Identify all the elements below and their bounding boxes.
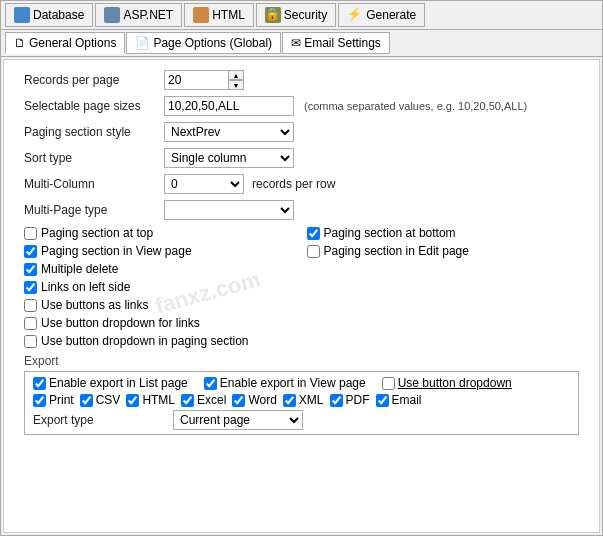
sort-type-select[interactable]: Single column Multi column xyxy=(164,148,294,168)
export-print-item: Print xyxy=(33,393,74,407)
selectable-page-sizes-label: Selectable page sizes xyxy=(24,99,164,113)
tab-html[interactable]: HTML xyxy=(184,3,254,27)
tab-generate[interactable]: ⚡ Generate xyxy=(338,3,425,27)
tab-aspnet[interactable]: ASP.NET xyxy=(95,3,182,27)
export-xml-checkbox[interactable] xyxy=(283,394,296,407)
export-section-label: Export xyxy=(24,354,579,368)
tab-page-options-label: Page Options (Global) xyxy=(153,36,272,50)
sort-type-label: Sort type xyxy=(24,151,164,165)
export-html-label: HTML xyxy=(142,393,175,407)
export-word-label: Word xyxy=(248,393,276,407)
tab-security-label: Security xyxy=(284,8,327,22)
export-word-checkbox[interactable] xyxy=(232,394,245,407)
general-options-icon: 🗋 xyxy=(14,36,26,50)
paging-at-top-checkbox[interactable] xyxy=(24,227,37,240)
generate-icon: ⚡ xyxy=(347,7,363,23)
tab-email-settings[interactable]: ✉ Email Settings xyxy=(282,32,390,54)
enable-view-label: Enable export in View page xyxy=(220,376,366,390)
multi-page-type-select[interactable] xyxy=(164,200,294,220)
selectable-page-sizes-hint: (comma separated values, e.g. 10,20,50,A… xyxy=(304,100,527,112)
multiple-delete-checkbox[interactable] xyxy=(24,263,37,276)
export-print-checkbox[interactable] xyxy=(33,394,46,407)
tab-page-options[interactable]: 📄 Page Options (Global) xyxy=(126,32,281,54)
export-print-label: Print xyxy=(49,393,74,407)
use-btn-dropdown-item: Use button dropdown xyxy=(382,376,512,390)
tab-aspnet-label: ASP.NET xyxy=(123,8,173,22)
multi-page-type-row: Multi-Page type xyxy=(24,200,579,220)
use-button-dropdown-checkbox[interactable] xyxy=(24,317,37,330)
tab-html-label: HTML xyxy=(212,8,245,22)
main-window: Database ASP.NET HTML 🔒 Security ⚡ Gener… xyxy=(0,0,603,536)
paging-in-view-item: Paging section in View page xyxy=(24,244,297,258)
paging-in-edit-item: Paging section in Edit page xyxy=(307,244,580,258)
multi-column-label: Multi-Column xyxy=(24,177,164,191)
spinner-down[interactable]: ▼ xyxy=(228,80,244,90)
multiple-delete-label: Multiple delete xyxy=(41,262,118,276)
multi-page-type-control xyxy=(164,200,294,220)
paging-in-edit-checkbox[interactable] xyxy=(307,245,320,258)
paging-section-style-control: NextPrev Numeric xyxy=(164,122,294,142)
export-excel-checkbox[interactable] xyxy=(181,394,194,407)
export-html-item: HTML xyxy=(126,393,175,407)
export-pdf-label: PDF xyxy=(346,393,370,407)
export-section: Export Enable export in List page Enable… xyxy=(24,354,579,435)
export-csv-label: CSV xyxy=(96,393,121,407)
use-button-dropdown-paging-label: Use button dropdown in paging section xyxy=(41,334,248,348)
links-left-checkbox[interactable] xyxy=(24,281,37,294)
export-row-1: Enable export in List page Enable export… xyxy=(33,376,570,390)
tab-database[interactable]: Database xyxy=(5,3,93,27)
multi-column-select[interactable]: 0 1 2 3 xyxy=(164,174,244,194)
export-type-row: Export type Current page All pages xyxy=(33,410,570,430)
paging-in-view-label: Paging section in View page xyxy=(41,244,192,258)
toolbar: Database ASP.NET HTML 🔒 Security ⚡ Gener… xyxy=(1,1,602,30)
database-icon xyxy=(14,7,30,23)
sec-tabs: 🗋 General Options 📄 Page Options (Global… xyxy=(1,30,602,57)
use-buttons-links-checkbox[interactable] xyxy=(24,299,37,312)
export-email-checkbox[interactable] xyxy=(376,394,389,407)
tab-general-options-label: General Options xyxy=(29,36,116,50)
export-formats-row: Print CSV HTML Excel xyxy=(33,393,570,407)
export-word-item: Word xyxy=(232,393,276,407)
links-left-label: Links on left side xyxy=(41,280,130,294)
enable-list-item: Enable export in List page xyxy=(33,376,188,390)
enable-list-checkbox[interactable] xyxy=(33,377,46,390)
paging-section-style-row: Paging section style NextPrev Numeric xyxy=(24,122,579,142)
paging-checkboxes: Paging section at top Paging section at … xyxy=(24,226,579,258)
export-pdf-item: PDF xyxy=(330,393,370,407)
paging-at-top-item: Paging section at top xyxy=(24,226,297,240)
records-per-page-label: Records per page xyxy=(24,73,164,87)
use-button-dropdown-paging-checkbox[interactable] xyxy=(24,335,37,348)
tab-security[interactable]: 🔒 Security xyxy=(256,3,336,27)
export-border: Enable export in List page Enable export… xyxy=(24,371,579,435)
export-xml-item: XML xyxy=(283,393,324,407)
multi-column-control: 0 1 2 3 records per row xyxy=(164,174,335,194)
paging-at-bottom-checkbox[interactable] xyxy=(307,227,320,240)
multi-page-type-label: Multi-Page type xyxy=(24,203,164,217)
paging-at-bottom-item: Paging section at bottom xyxy=(307,226,580,240)
spinner-up[interactable]: ▲ xyxy=(228,70,244,80)
records-per-page-spinner[interactable]: ▲ ▼ xyxy=(164,70,244,90)
paging-section-style-select[interactable]: NextPrev Numeric xyxy=(164,122,294,142)
export-excel-label: Excel xyxy=(197,393,226,407)
export-email-item: Email xyxy=(376,393,422,407)
sort-type-control: Single column Multi column xyxy=(164,148,294,168)
export-type-control: Current page All pages xyxy=(173,410,303,430)
aspnet-icon xyxy=(104,7,120,23)
export-html-checkbox[interactable] xyxy=(126,394,139,407)
selectable-page-sizes-input[interactable] xyxy=(164,96,294,116)
enable-view-checkbox[interactable] xyxy=(204,377,217,390)
checkbox-grid-1: Paging section at top Paging section at … xyxy=(24,226,579,258)
selectable-page-sizes-control: (comma separated values, e.g. 10,20,50,A… xyxy=(164,96,527,116)
export-csv-checkbox[interactable] xyxy=(80,394,93,407)
export-type-select[interactable]: Current page All pages xyxy=(173,410,303,430)
use-btn-dropdown-checkbox[interactable] xyxy=(382,377,395,390)
multiple-delete-row: Multiple delete xyxy=(24,262,579,276)
paging-in-view-checkbox[interactable] xyxy=(24,245,37,258)
paging-at-top-label: Paging section at top xyxy=(41,226,153,240)
use-button-dropdown-paging-row: Use button dropdown in paging section xyxy=(24,334,579,348)
records-per-page-control: ▲ ▼ xyxy=(164,70,244,90)
export-xml-label: XML xyxy=(299,393,324,407)
tab-general-options[interactable]: 🗋 General Options xyxy=(5,32,125,54)
export-pdf-checkbox[interactable] xyxy=(330,394,343,407)
paging-section-style-label: Paging section style xyxy=(24,125,164,139)
